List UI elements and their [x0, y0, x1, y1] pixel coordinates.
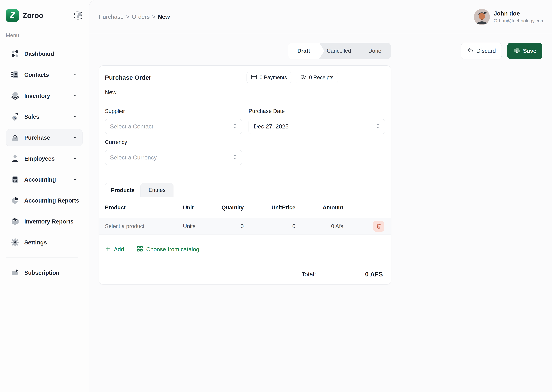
- plus-icon: [105, 246, 111, 253]
- col-amount: Amount: [295, 204, 343, 211]
- sidebar-item-purchase[interactable]: Purchase: [6, 129, 83, 146]
- app-title: Zoroo: [23, 11, 44, 20]
- breadcrumb-purchase[interactable]: Purchase: [99, 14, 124, 20]
- order-toolbar: Draft Cancelled Done Discard: [99, 43, 542, 59]
- grid-icon: [137, 245, 143, 253]
- sidebar: Z Zoroo Menu Dashboard: [0, 0, 89, 392]
- sidebar-item-inventory-reports[interactable]: Inventory Reports: [6, 213, 83, 230]
- table-header: Product Unit Quantity UnitPrice Amount: [99, 197, 391, 218]
- undo-icon: [467, 47, 473, 55]
- menu-section-label: Menu: [6, 32, 89, 38]
- status-tabs-slot: Draft Cancelled Done: [99, 43, 391, 59]
- zoroo-logo-icon: Z: [6, 9, 19, 22]
- sidebar-collapse-icon[interactable]: [74, 11, 82, 20]
- credit-card-icon: [251, 74, 257, 81]
- table-actions: Add Choose from catalog: [99, 235, 391, 264]
- col-product: Product: [105, 204, 183, 211]
- sidebar-item-dashboard[interactable]: Dashboard: [6, 45, 83, 62]
- purchase-order-card: Purchase Order 0 Payments: [99, 65, 391, 285]
- amount-value: 0 Afs: [295, 223, 343, 229]
- col-quantity: Quantity: [218, 204, 244, 211]
- choose-from-catalog-button[interactable]: Choose from catalog: [137, 245, 199, 253]
- page-title: Purchase Order: [105, 74, 151, 81]
- supplier-label: Supplier: [105, 108, 242, 114]
- status-tab-done[interactable]: Done: [359, 43, 391, 59]
- col-unit: Unit: [183, 204, 218, 211]
- field-spacer: [248, 139, 385, 165]
- currency-select[interactable]: Select a Currency: [105, 150, 242, 165]
- inventory-reports-icon: [11, 217, 19, 226]
- chevron-down-icon: [73, 135, 78, 140]
- user-email: Orhan@technology.com: [494, 18, 545, 24]
- select-chevrons-icon: [376, 123, 380, 130]
- select-chevrons-icon: [233, 154, 237, 161]
- user-name: John doe: [494, 10, 545, 17]
- chevron-down-icon: [73, 72, 78, 77]
- table-row: Select a product Units 0 0 0 Afs: [99, 218, 391, 235]
- sidebar-item-accounting[interactable]: Accounting: [6, 171, 83, 188]
- line-tabs: Products Entries: [99, 183, 391, 197]
- sidebar-item-accounting-reports[interactable]: Accounting Reports: [6, 192, 83, 209]
- accounting-icon: [11, 175, 19, 184]
- add-line-button[interactable]: Add: [105, 246, 124, 253]
- page-content: Draft Cancelled Done Discard: [89, 34, 552, 285]
- total-value: 0 AFS: [365, 271, 383, 278]
- product-select[interactable]: Select a product: [105, 223, 183, 229]
- main-panel: Purchase > Orders > New: [89, 0, 552, 392]
- sidebar-item-employees[interactable]: Employees: [6, 150, 83, 167]
- purchase-date-select[interactable]: Dec 27, 2025: [248, 119, 385, 134]
- breadcrumb-separator: >: [126, 14, 129, 20]
- tab-entries[interactable]: Entries: [141, 183, 174, 197]
- delete-row-button[interactable]: [373, 221, 384, 232]
- status-tab-cancelled[interactable]: Cancelled: [319, 43, 359, 59]
- tab-products[interactable]: Products: [105, 183, 141, 197]
- employees-icon: [11, 154, 19, 163]
- purchase-icon: [11, 133, 19, 142]
- sidebar-item-sales[interactable]: $ Sales: [6, 108, 83, 125]
- unitprice-input[interactable]: 0: [244, 223, 295, 229]
- total-row: Total: 0 AFS: [99, 264, 391, 284]
- order-subtitle: New: [105, 89, 385, 96]
- receipts-button[interactable]: 0 Receipts: [296, 72, 338, 83]
- app-window: Z Zoroo Menu Dashboard: [0, 0, 552, 392]
- unit-select[interactable]: Units: [183, 223, 218, 229]
- top-bar: Purchase > Orders > New: [89, 0, 552, 34]
- purchase-date-label: Purchase Date: [248, 108, 385, 114]
- settings-icon: [11, 238, 19, 247]
- breadcrumb-orders[interactable]: Orders: [132, 14, 150, 20]
- truck-icon: [300, 74, 306, 81]
- supplier-field: Supplier Select a Contact: [105, 108, 242, 134]
- avatar: [474, 9, 490, 25]
- quantity-input[interactable]: 0: [218, 223, 244, 229]
- sidebar-item-inventory[interactable]: Inventory: [6, 87, 83, 104]
- status-stepper: Draft Cancelled Done: [288, 43, 391, 59]
- accounting-reports-icon: [11, 196, 19, 205]
- chevron-down-icon: [73, 156, 78, 161]
- inventory-icon: [11, 91, 19, 100]
- sidebar-item-settings[interactable]: Settings: [6, 234, 83, 251]
- sidebar-item-subscription[interactable]: Subscription: [6, 264, 83, 281]
- breadcrumb-current: New: [158, 14, 170, 20]
- payments-button[interactable]: 0 Payments: [247, 72, 291, 83]
- trash-icon: [376, 223, 382, 230]
- currency-label: Currency: [105, 139, 242, 145]
- chevron-down-icon: [73, 114, 78, 119]
- sidebar-header: Z Zoroo: [6, 9, 83, 22]
- discard-button[interactable]: Discard: [461, 43, 502, 59]
- breadcrumb: Purchase > Orders > New: [99, 14, 170, 20]
- toolbar-actions: Discard Save: [461, 43, 542, 59]
- user-menu[interactable]: John doe Orhan@technology.com: [474, 9, 545, 25]
- dashboard-icon: [11, 49, 19, 58]
- card-header: Purchase Order 0 Payments: [99, 66, 391, 102]
- cloud-upload-icon: [513, 47, 520, 55]
- order-form: Supplier Select a Contact Purchase Date …: [99, 102, 391, 165]
- status-tab-draft[interactable]: Draft: [288, 43, 319, 59]
- select-chevrons-icon: [233, 123, 237, 130]
- sales-icon: $: [11, 112, 19, 121]
- user-meta: John doe Orhan@technology.com: [494, 10, 545, 24]
- supplier-select[interactable]: Select a Contact: [105, 119, 242, 134]
- sidebar-item-contacts[interactable]: Contacts: [6, 66, 83, 83]
- save-button[interactable]: Save: [507, 43, 542, 59]
- currency-field: Currency Select a Currency: [105, 139, 242, 165]
- purchase-date-field: Purchase Date Dec 27, 2025: [248, 108, 385, 134]
